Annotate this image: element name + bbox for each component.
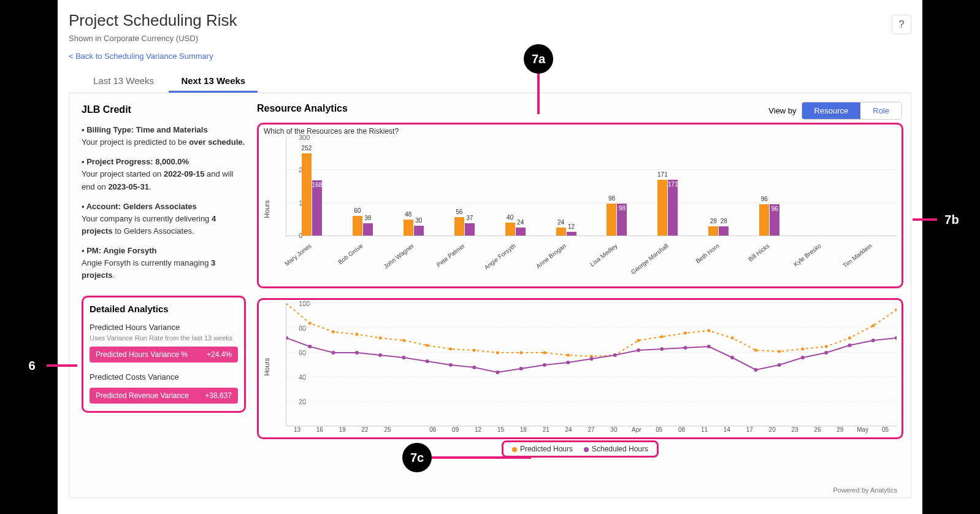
svg-point-31: [378, 353, 382, 357]
billing-info: Billing Type: Time and Materials Your pr…: [82, 124, 246, 148]
svg-point-15: [637, 339, 640, 342]
svg-point-12: [567, 354, 570, 357]
predicted-hours-variance-row[interactable]: Predicted Hours Variance % +24.4%: [90, 347, 238, 362]
view-by-role-button[interactable]: Role: [860, 102, 902, 119]
svg-point-36: [496, 370, 499, 374]
svg-point-38: [543, 363, 546, 367]
svg-point-22: [801, 348, 804, 351]
svg-point-11: [543, 351, 546, 355]
project-name: JLB Credit: [82, 104, 246, 115]
predicted-hours-variance-value: +24.4%: [207, 350, 232, 359]
tab-next-13-weeks[interactable]: Next 13 Weeks: [169, 69, 258, 93]
callout-7b-line: [913, 218, 937, 221]
legend-predicted-hours: Predicted Hours: [512, 445, 573, 453]
svg-point-35: [472, 366, 476, 369]
svg-point-19: [731, 337, 734, 340]
svg-point-24: [848, 337, 851, 340]
svg-point-10: [519, 351, 523, 355]
svg-point-27: [286, 336, 288, 340]
powered-by-label: Powered by Analytics: [833, 486, 897, 494]
predicted-revenue-variance-value: +38,637: [205, 391, 232, 400]
svg-point-50: [824, 351, 828, 355]
callout-7c-line: [432, 456, 531, 459]
svg-point-9: [496, 351, 499, 355]
svg-point-23: [825, 345, 828, 348]
bar-chart-ylabel: Hours: [263, 201, 270, 218]
detailed-analytics-heading: Detailed Analytics: [90, 304, 238, 314]
svg-point-49: [801, 356, 805, 359]
resource-bar-chart: Hours 0100200300252168603848305637402424…: [259, 136, 902, 286]
callout-7a: 7a: [524, 44, 553, 74]
pm-info: PM: Angie Forsyth Angie Forsyth is curre…: [82, 245, 246, 282]
view-by-resource-button[interactable]: Resource: [802, 102, 861, 119]
svg-point-37: [519, 367, 523, 370]
svg-point-7: [449, 348, 452, 351]
predicted-costs-variance-title: Predicted Costs Variance: [90, 372, 238, 382]
svg-point-5: [402, 339, 405, 342]
svg-point-46: [730, 356, 734, 359]
view-by-label: View by: [768, 106, 796, 115]
line-chart-ylabel: Hours: [263, 358, 270, 376]
page-title: Project Scheduling Risk: [69, 11, 911, 30]
detailed-analytics-panel: Detailed Analytics Predicted Hours Varia…: [82, 296, 246, 413]
callout-6-line: [47, 364, 77, 367]
svg-point-47: [754, 368, 757, 372]
svg-point-4: [379, 337, 382, 340]
predicted-hours-variance-label: Predicted Hours Variance %: [96, 350, 188, 359]
svg-point-34: [449, 363, 453, 367]
svg-point-21: [778, 350, 781, 353]
svg-point-18: [707, 329, 710, 332]
callout-6: 6: [17, 351, 47, 380]
svg-point-1: [308, 322, 312, 325]
svg-point-42: [637, 348, 640, 352]
svg-point-30: [355, 351, 359, 355]
svg-point-41: [613, 353, 617, 357]
svg-point-48: [778, 363, 781, 367]
svg-point-20: [754, 349, 757, 352]
svg-point-0: [286, 304, 288, 305]
svg-point-16: [660, 336, 664, 339]
predicted-hours-variance-title: Predicted Hours Variance: [90, 323, 238, 332]
callout-7b: 7b: [937, 205, 967, 234]
account-info: Account: Gelders Associates Your company…: [82, 201, 246, 237]
legend-dot-purple: [584, 447, 589, 452]
svg-point-43: [660, 347, 664, 351]
svg-point-51: [848, 343, 851, 347]
page-subtitle: Shown in Corporate Currency (USD): [69, 34, 911, 43]
svg-point-17: [684, 332, 687, 335]
hours-trend-line-chart-panel: Hours 20406080100 1316192225060912151821…: [257, 298, 903, 439]
callout-7c: 7c: [402, 443, 432, 472]
svg-point-3: [355, 333, 358, 336]
hours-trend-line-chart: Hours 20406080100 1316192225060912151821…: [259, 300, 902, 437]
svg-point-29: [332, 351, 335, 355]
svg-point-6: [426, 344, 429, 347]
svg-point-53: [895, 336, 897, 340]
legend-scheduled-hours: Scheduled Hours: [584, 445, 648, 453]
back-link[interactable]: < Back to Scheduling Variance Summary: [69, 52, 213, 61]
tab-last-13-weeks[interactable]: Last 13 Weeks: [81, 69, 166, 91]
svg-point-44: [684, 346, 687, 350]
predicted-revenue-variance-row[interactable]: Predicted Revenue Variance +38,637: [90, 388, 238, 404]
svg-point-52: [871, 339, 875, 342]
svg-point-32: [402, 356, 405, 359]
svg-point-39: [566, 361, 570, 364]
help-button[interactable]: ?: [892, 15, 911, 34]
callout-7a-line: [537, 74, 540, 114]
bar-chart-title: Which of the Resources are the Riskiest?: [259, 125, 902, 136]
svg-point-40: [590, 357, 594, 361]
svg-point-45: [707, 345, 711, 348]
legend-dot-orange: [512, 447, 517, 452]
progress-info: Project Progress: 8,000.0% Your project …: [82, 156, 246, 193]
svg-point-2: [332, 331, 335, 334]
predicted-hours-variance-sub: Uses Variance Run Rate from the last 13 …: [90, 334, 238, 342]
svg-point-25: [871, 324, 875, 328]
svg-point-28: [308, 345, 312, 348]
line-chart-legend: Predicted Hours Scheduled Hours: [502, 440, 659, 458]
tabs: Last 13 Weeks Next 13 Weeks: [69, 69, 911, 93]
resource-bar-chart-panel: Which of the Resources are the Riskiest?…: [257, 123, 903, 288]
predicted-revenue-variance-label: Predicted Revenue Variance: [96, 391, 189, 400]
svg-point-8: [473, 349, 476, 352]
view-by-control: View by Resource Role: [768, 102, 902, 120]
svg-point-33: [426, 359, 429, 363]
